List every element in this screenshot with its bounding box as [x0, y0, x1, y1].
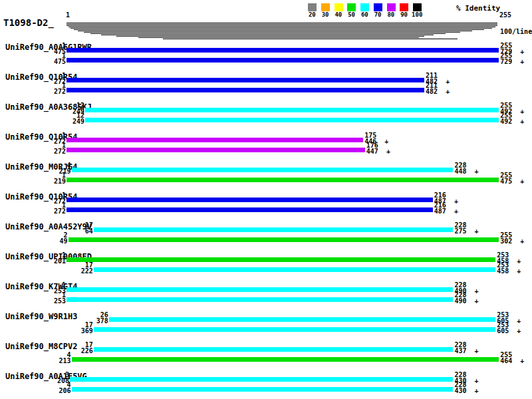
hsp-hit-end-strand: 447 + [366, 148, 390, 154]
hsp-hit-start: 369 [47, 328, 93, 334]
hsp-hit-end-strand: 482 + [426, 88, 450, 94]
legend-swatch-40 [334, 3, 343, 11]
hsp-hit-start: 249 [38, 118, 84, 124]
legend-swatch-80 [387, 3, 396, 11]
legend-bin-label: 20 [309, 12, 316, 18]
hsp-hit-end-strand: 458 + [497, 268, 521, 274]
legend-bin-label: 60 [361, 12, 368, 18]
coverage-line [74, 29, 484, 30]
hsp-bar[interactable] [66, 148, 365, 152]
hsp-hit-start: 272 [19, 148, 66, 154]
coverage-line [101, 35, 434, 35]
hsp-hit-end-strand: 605 + [497, 328, 521, 334]
hsp-bar[interactable] [72, 357, 499, 362]
hsp-hit-start: 222 [47, 268, 93, 274]
legend-swatch-90 [400, 3, 408, 11]
legend-swatch-50 [347, 3, 356, 11]
hsp-hit-end-strand: 430 + [454, 388, 478, 394]
hsp-bar[interactable] [85, 108, 499, 112]
hsp-hit-end-strand: 302 + [500, 238, 524, 244]
legend-bin-label: 90 [400, 12, 408, 18]
legend-title: % Identity [456, 5, 500, 12]
hsp-bar[interactable] [66, 88, 424, 92]
scale-note: 100/line [500, 29, 532, 35]
coverage-line [66, 23, 497, 23]
hsp-bar[interactable] [68, 237, 499, 242]
hsp-hit-start: 213 [25, 358, 71, 364]
hsp-hit-end-strand: 464 + [500, 358, 524, 364]
hsp-hit-end-strand: 437 + [454, 348, 478, 354]
hsp-hit-end-strand: 490 + [454, 298, 478, 304]
coverage-line [70, 28, 492, 29]
hsp-bar[interactable] [94, 267, 495, 272]
hsp-bar[interactable] [94, 327, 495, 332]
coverage-line [163, 39, 458, 39]
hsp-bar[interactable] [94, 347, 454, 352]
legend-bin-label: 30 [322, 12, 329, 18]
hsp-bar[interactable] [66, 138, 363, 142]
hsp-hit-end-strand: 492 + [500, 118, 524, 124]
hsp-hit-end-strand: 275 + [454, 228, 478, 234]
hsp-bar[interactable] [66, 198, 433, 202]
legend-bin-label: 80 [387, 12, 394, 18]
hsp-hit-start: 272 [19, 88, 66, 94]
legend-swatch-70 [374, 3, 382, 11]
hsp-bar[interactable] [66, 58, 499, 63]
hsp-bar[interactable] [66, 48, 499, 53]
hsp-hit-start: 272 [19, 208, 66, 214]
legend-swatch-20 [308, 3, 317, 11]
hsp-bar[interactable] [85, 118, 499, 122]
hsp-bar[interactable] [66, 257, 495, 262]
legend-bin-label: 100 [412, 12, 422, 18]
hsp-hit-end-strand: 487 + [434, 208, 458, 214]
hsp-hit-start: 49 [21, 238, 68, 244]
hsp-hit-start: 206 [25, 388, 71, 394]
axis-end-label: 255 [499, 12, 511, 19]
hsp-bar[interactable] [66, 178, 499, 182]
query-title: T1098-D2_ [3, 18, 54, 27]
hsp-bar[interactable] [72, 168, 454, 172]
hsp-bar[interactable] [66, 78, 424, 82]
legend-swatch-100 [413, 3, 422, 11]
coverage-line [66, 25, 497, 26]
hsp-bar[interactable] [72, 387, 454, 392]
hsp-hit-start: 475 [19, 59, 66, 65]
legend-swatch-30 [321, 3, 330, 11]
coverage-line [116, 36, 424, 37]
hsp-hit-end-strand: 729 + [500, 59, 524, 65]
hsp-bar[interactable] [109, 317, 495, 322]
hsp-bar[interactable] [66, 297, 453, 302]
coverage-line [68, 27, 495, 27]
legend-swatch-60 [360, 3, 369, 11]
hsp-bar[interactable] [94, 227, 454, 232]
hsp-bar[interactable] [66, 287, 453, 292]
coverage-line [90, 33, 446, 34]
hsp-hit-end-strand: 475 + [500, 178, 524, 184]
legend-bin-label: 50 [348, 12, 355, 18]
coverage-line [66, 24, 497, 25]
coverage-line [84, 32, 460, 33]
legend-bin-label: 40 [334, 12, 342, 18]
hsp-hit-start: 219 [19, 178, 66, 184]
hsp-bar[interactable] [70, 377, 453, 382]
coverage-line [78, 31, 472, 31]
hsp-bar[interactable] [66, 207, 433, 212]
hsp-hit-end-strand: 448 + [454, 168, 478, 174]
legend-bin-label: 70 [374, 12, 382, 18]
hsp-hit-start: 253 [19, 298, 66, 304]
axis-start-label: 1 [66, 12, 70, 19]
coverage-line [138, 37, 419, 38]
alignment-coverage-viewer: T1098-D2_ 1 255 % Identity 100/line 2030… [0, 0, 532, 399]
